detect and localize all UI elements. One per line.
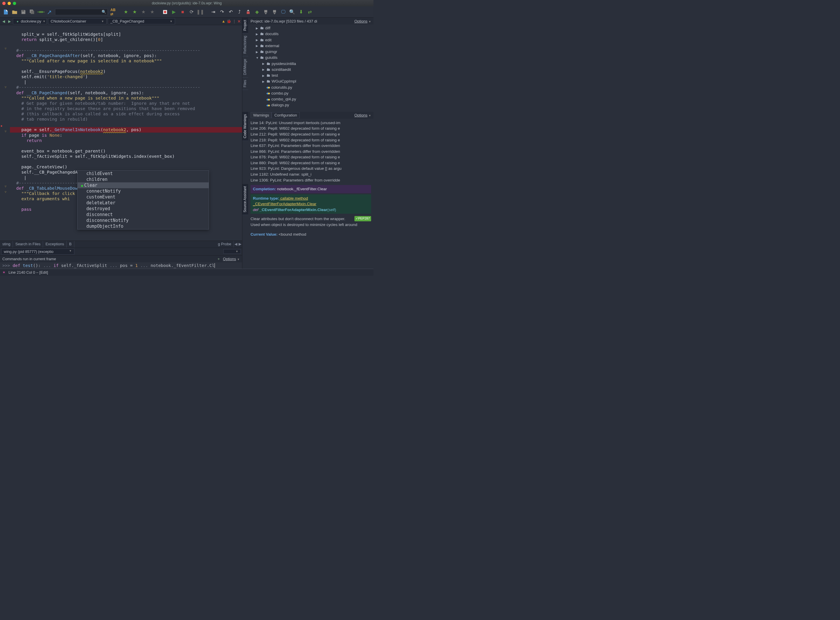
- save-icon[interactable]: [20, 9, 27, 15]
- warning-item[interactable]: Line 876: Pep8: W602 deprecated form of …: [251, 154, 371, 160]
- warning-item[interactable]: Line 206: Pep8: W602 deprecated form of …: [251, 126, 371, 131]
- goto-icon[interactable]: [46, 9, 53, 15]
- warning-item[interactable]: Line 866: PyLint: Parameters differ from…: [251, 149, 371, 155]
- indent-icon[interactable]: ⇥⇤: [38, 9, 45, 15]
- completion-item[interactable]: deleteLater: [78, 200, 209, 206]
- warnings-list[interactable]: Line 14: PyLint: Unused import itertools…: [248, 119, 373, 184]
- bookmark-grey2-icon[interactable]: ★: [149, 9, 156, 15]
- sync-icon[interactable]: ⇄: [306, 9, 313, 15]
- tree-item[interactable]: ▶🖿edit: [251, 37, 371, 43]
- options-icon[interactable]: ⋮: [232, 19, 236, 23]
- tree-item[interactable]: ◆combo_qt4.py: [251, 96, 371, 102]
- breakpoint-icon[interactable]: [162, 9, 168, 15]
- completion-item[interactable]: connectNotify: [78, 188, 209, 194]
- debug-shell[interactable]: >>> def test(): ... if self._fActiveSpli…: [0, 262, 242, 269]
- vtab-files[interactable]: Files: [242, 78, 248, 90]
- debug-restart-icon[interactable]: ⟳: [188, 9, 195, 15]
- file-tab[interactable]: ● dockview.py ▼: [13, 18, 47, 24]
- vtab-refactoring[interactable]: Refactoring: [242, 33, 248, 56]
- bookmark-add-icon[interactable]: ★: [122, 9, 129, 15]
- tab-search-in-files[interactable]: Search in Files: [13, 241, 43, 248]
- vtab-code-warnings[interactable]: Code Warnings: [242, 112, 248, 141]
- vcs-down-icon[interactable]: [262, 9, 269, 15]
- tree-item[interactable]: ▶🖿WGuiCppImpl: [251, 78, 371, 84]
- completion-item[interactable]: children: [78, 176, 209, 182]
- close-window-button[interactable]: [2, 2, 6, 5]
- search-input[interactable]: 🔍: [55, 9, 108, 15]
- vcs-down2-icon[interactable]: [271, 9, 278, 15]
- search-field[interactable]: [57, 10, 102, 14]
- completion-item[interactable]: childEvent: [78, 171, 209, 176]
- close-tab-icon[interactable]: ✕: [237, 19, 241, 24]
- tree-item[interactable]: ▼🖿guiutils: [251, 55, 371, 60]
- tab-configuration[interactable]: Configuration: [272, 112, 299, 118]
- shell-options-link[interactable]: Options: [223, 257, 236, 261]
- nav-fwd-icon[interactable]: ▶: [7, 19, 12, 23]
- debug-run-icon[interactable]: ▶: [170, 9, 177, 15]
- download-icon[interactable]: ⬇: [298, 9, 304, 15]
- bookmark-grey1-icon[interactable]: ★: [140, 9, 147, 15]
- chevron-down-icon[interactable]: ▼: [43, 20, 45, 23]
- step-over-icon[interactable]: ↷: [218, 9, 225, 15]
- vtab-diff-merge[interactable]: Diff/Merge: [242, 57, 248, 78]
- tab-debug-probe[interactable]: g Probe: [215, 241, 234, 248]
- step-return-icon[interactable]: ⤴: [236, 9, 243, 15]
- tree-item[interactable]: ◆dialogs.py: [251, 102, 371, 108]
- nav-back-icon[interactable]: ◀: [1, 19, 6, 23]
- monitor-icon[interactable]: 🖵: [280, 9, 287, 15]
- tab-testing[interactable]: sting: [0, 241, 13, 248]
- completion-item[interactable]: disconnect: [78, 212, 209, 218]
- warnings-options-link[interactable]: Options: [355, 113, 368, 117]
- tree-item[interactable]: ▶🖿test: [251, 72, 371, 78]
- open-file-icon[interactable]: [11, 9, 18, 15]
- completion-item[interactable]: destroyed: [78, 206, 209, 212]
- scope-func-dropdown[interactable]: _CB_PageChanged ▼: [108, 18, 175, 24]
- scope-class-dropdown[interactable]: CNotebookContainer ▼: [48, 18, 107, 24]
- completion-item[interactable]: ●Clear: [78, 182, 209, 188]
- warning-icon[interactable]: ▲: [222, 19, 225, 23]
- warning-item[interactable]: Line 14: PyLint: Unused import itertools…: [251, 120, 371, 126]
- minimize-window-button[interactable]: [8, 2, 11, 5]
- completion-item[interactable]: customEvent: [78, 194, 209, 200]
- runtime-type-link2[interactable]: _CEventFilterForAdapterMixin.Clear: [253, 202, 316, 206]
- completion-item[interactable]: disconnectNotify: [78, 218, 209, 223]
- warning-item[interactable]: Line 1306: PyLint: Parameters differ fro…: [251, 178, 371, 183]
- tab-bookmarks[interactable]: B: [67, 241, 74, 248]
- replace-icon[interactable]: AB⇄: [110, 9, 116, 15]
- completion-item[interactable]: dumpObjectInfo: [78, 223, 209, 229]
- search-icon[interactable]: 🔍: [102, 10, 106, 14]
- bookmark-next-icon[interactable]: ★: [131, 9, 138, 15]
- find-icon[interactable]: 🔍: [289, 9, 296, 15]
- project-tree[interactable]: ▶🖿diff▶🖿docutils▶🖿edit▶🖿external▶🖿guimgr…: [248, 25, 373, 109]
- tab-warnings[interactable]: Warnings: [251, 112, 272, 118]
- warning-item[interactable]: Line 212: Pep8: W602 deprecated form of …: [251, 131, 371, 137]
- completion-popup[interactable]: childEvent children●Clear connectNotify …: [77, 170, 209, 230]
- tree-item[interactable]: ▶🖿diff: [251, 25, 371, 31]
- tree-item[interactable]: ◆combo.py: [251, 90, 371, 96]
- save-all-icon[interactable]: [29, 9, 36, 15]
- vcs-diff-icon[interactable]: ◆: [254, 9, 260, 15]
- new-file-icon[interactable]: [2, 9, 9, 15]
- warning-item[interactable]: Line 880: Pep8: W602 deprecated form of …: [251, 160, 371, 166]
- vcs-up-icon[interactable]: [245, 9, 252, 15]
- tab-scroll-right-icon[interactable]: ▶: [238, 241, 242, 248]
- debug-stop-icon[interactable]: ■: [179, 9, 186, 15]
- tree-item[interactable]: ▶🖿docutils: [251, 31, 371, 37]
- zoom-window-button[interactable]: [13, 2, 16, 5]
- vtab-source-assistant[interactable]: Source Assistant: [242, 184, 248, 215]
- vtab-project[interactable]: Project: [242, 18, 248, 33]
- tree-item[interactable]: ◆colorutils.py: [251, 84, 371, 90]
- tree-item[interactable]: ▶🖿external: [251, 43, 371, 49]
- debug-process-dropdown[interactable]: wing.py (pid 85777) (exceptio ▼: [1, 248, 74, 255]
- debug-pause-icon[interactable]: ❚❚: [197, 9, 204, 15]
- step-out-icon[interactable]: ↶: [227, 9, 234, 15]
- warning-item[interactable]: Line 218: Pep8: W602 deprecated form of …: [251, 137, 371, 143]
- bug-icon[interactable]: 🐞: [227, 19, 231, 23]
- warning-item[interactable]: Line 923: PyLint: Dangerous default valu…: [251, 166, 371, 172]
- shell-add-icon[interactable]: +: [218, 257, 220, 261]
- tree-item[interactable]: ▶🖿scintillaedit: [251, 67, 371, 72]
- step-into-icon[interactable]: ⇥: [210, 9, 216, 15]
- tab-scroll-left-icon[interactable]: ◀: [234, 241, 238, 248]
- tab-exceptions[interactable]: Exceptions: [43, 241, 67, 248]
- runtime-type-link[interactable]: callable method: [279, 196, 308, 200]
